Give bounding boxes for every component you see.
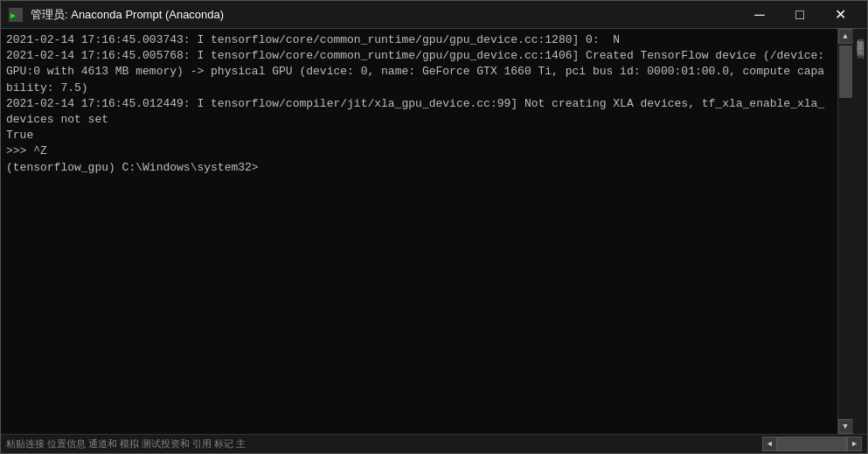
scroll-right-button[interactable]: ► xyxy=(847,437,862,451)
terminal-line: (tensorflow_gpu) C:\Windows\system32> xyxy=(6,160,832,176)
terminal-output[interactable]: 2021-02-14 17:16:45.003743: I tensorflow… xyxy=(1,29,837,434)
scroll-up-button[interactable]: ▲ xyxy=(838,29,853,44)
terminal-line: GPU:0 with 4613 MB memory) -> physical G… xyxy=(6,64,832,80)
content-area: 2021-02-14 17:16:45.003743: I tensorflow… xyxy=(1,29,867,434)
close-button[interactable]: ✕ xyxy=(820,1,860,29)
maximize-button[interactable]: □ xyxy=(780,1,820,29)
horizontal-scrollbar[interactable]: ◄ ► xyxy=(762,437,862,451)
terminal-line: 2021-02-14 17:16:45.012449: I tensorflow… xyxy=(6,96,832,112)
window: ► 管理员: Anaconda Prompt (Anaconda) ─ □ ✕ … xyxy=(0,0,868,454)
svg-text:►: ► xyxy=(10,11,16,21)
window-title: 管理员: Anaconda Prompt (Anaconda) xyxy=(31,7,740,23)
scroll-track[interactable] xyxy=(838,44,853,419)
terminal-line: bility: 7.5) xyxy=(6,80,832,96)
minimize-button[interactable]: ─ xyxy=(740,1,780,29)
right-sidebar: 简繁图回图简回简 xyxy=(852,29,867,434)
vertical-scrollbar[interactable]: ▲ ▼ xyxy=(837,29,852,434)
app-icon: ► xyxy=(8,7,24,23)
terminal-line: devices not set xyxy=(6,112,832,128)
title-bar: ► 管理员: Anaconda Prompt (Anaconda) ─ □ ✕ xyxy=(1,1,867,29)
scroll-down-button[interactable]: ▼ xyxy=(838,419,853,434)
terminal-line: 2021-02-14 17:16:45.005768: I tensorflow… xyxy=(6,48,832,64)
terminal-line: >>> ^Z xyxy=(6,143,832,159)
scroll-thumb[interactable] xyxy=(839,45,852,98)
bottom-bar: 粘贴连接 位置信息 通道和 模拟 测试投资和 引用 标记 主 ◄ ► xyxy=(1,434,867,453)
scroll-left-button[interactable]: ◄ xyxy=(762,437,777,451)
bottom-status-text: 粘贴连接 位置信息 通道和 模拟 测试投资和 引用 标记 主 xyxy=(6,437,246,451)
horizontal-scroll-thumb[interactable] xyxy=(777,437,847,451)
terminal-line: 2021-02-14 17:16:45.003743: I tensorflow… xyxy=(6,32,832,48)
window-controls: ─ □ ✕ xyxy=(740,1,860,29)
sidebar-labels: 简繁图回图简回简 xyxy=(853,29,867,434)
terminal-line: True xyxy=(6,128,832,143)
